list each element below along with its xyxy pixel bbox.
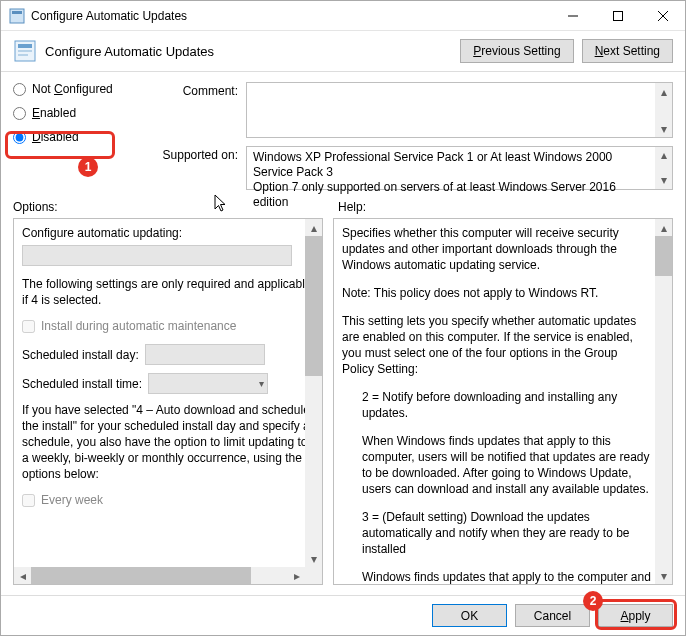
help-content: Specifies whether this computer will rec… (334, 219, 672, 584)
titlebar: Configure Automatic Updates (1, 1, 685, 31)
comment-scrollbar[interactable]: ▴ ▾ (655, 83, 672, 137)
options-config-label: Configure automatic updating: (22, 225, 316, 241)
window-controls (550, 1, 685, 30)
scroll-down-icon[interactable]: ▾ (655, 172, 672, 189)
install-maintenance-checkbox-row[interactable]: Install during automatic maintenance (22, 318, 316, 334)
scrollbar-thumb[interactable] (655, 236, 672, 276)
help-opt3-desc: Windows finds updates that apply to the … (362, 569, 652, 584)
scroll-down-icon[interactable]: ▾ (305, 550, 322, 567)
scroll-up-icon[interactable]: ▴ (655, 83, 672, 100)
radio-enabled-input[interactable] (13, 107, 26, 120)
scheduled-day-row: Scheduled install day: (22, 344, 316, 365)
window-title: Configure Automatic Updates (31, 9, 550, 23)
dialog-window: Configure Automatic Updates Configure Au… (0, 0, 686, 636)
options-h-scrollbar[interactable]: ◂ ▸ (14, 567, 305, 584)
help-opt2: 2 = Notify before downloading and instal… (362, 389, 652, 421)
scrollbar-thumb[interactable] (305, 236, 322, 376)
comment-row: Comment: ▴ ▾ (153, 82, 673, 138)
comment-textarea[interactable]: ▴ ▾ (246, 82, 673, 138)
scheduled-day-dropdown[interactable] (145, 344, 265, 365)
help-p1: Specifies whether this computer will rec… (342, 225, 652, 273)
radio-not-configured-label: Not Configured (32, 82, 113, 96)
help-p3: This setting lets you specify whether au… (342, 313, 652, 377)
every-week-label: Every week (41, 492, 103, 508)
supported-label: Supported on: (153, 146, 238, 190)
annotation-badge-1: 1 (78, 157, 98, 177)
svg-rect-7 (18, 44, 32, 48)
help-v-scrollbar[interactable]: ▴ ▾ (655, 219, 672, 584)
options-content: Configure automatic updating: The follow… (14, 219, 322, 584)
cursor-icon (214, 194, 228, 217)
scheduled-time-label: Scheduled install time: (22, 376, 142, 392)
meta-column: Comment: ▴ ▾ Supported on: Windows XP Pr… (153, 82, 673, 190)
help-opt2-desc: When Windows finds updates that apply to… (362, 433, 652, 497)
footer: OK Cancel Apply 2 (1, 595, 685, 635)
scroll-right-icon[interactable]: ▸ (288, 567, 305, 584)
supported-scrollbar[interactable]: ▴ ▾ (655, 147, 672, 189)
ok-button[interactable]: OK (432, 604, 507, 627)
install-maintenance-checkbox[interactable] (22, 320, 35, 333)
radio-disabled-label: Disabled (32, 130, 79, 144)
scheduled-time-row: Scheduled install time: ▾ (22, 373, 316, 394)
supported-row: Supported on: Windows XP Professional Se… (153, 146, 673, 190)
options-panel: Configure automatic updating: The follow… (13, 218, 323, 585)
scroll-down-icon[interactable]: ▾ (655, 567, 672, 584)
scroll-up-icon[interactable]: ▴ (655, 219, 672, 236)
scheduled-time-dropdown[interactable]: ▾ (148, 373, 268, 394)
every-week-checkbox[interactable] (22, 494, 35, 507)
next-setting-button[interactable]: Next Setting (582, 39, 673, 63)
comment-label: Comment: (153, 82, 238, 138)
help-heading: Help: (338, 200, 366, 214)
radio-column: Not Configured Enabled Disabled 1 (13, 82, 133, 190)
chevron-down-icon: ▾ (259, 376, 264, 392)
radio-disabled-input[interactable] (13, 131, 26, 144)
labels-row: Options: Help: (1, 196, 685, 218)
policy-icon (13, 39, 37, 63)
app-icon (9, 8, 25, 24)
options-heading: Options: (13, 200, 318, 214)
scroll-left-icon[interactable]: ◂ (14, 567, 31, 584)
radio-enabled-label: Enabled (32, 106, 76, 120)
top-area: Not Configured Enabled Disabled 1 Commen… (1, 72, 685, 196)
minimize-button[interactable] (550, 1, 595, 30)
maximize-button[interactable] (595, 1, 640, 30)
radio-not-configured-input[interactable] (13, 83, 26, 96)
previous-setting-button[interactable]: Previous Setting (460, 39, 573, 63)
svg-rect-3 (613, 11, 622, 20)
install-maintenance-label: Install during automatic maintenance (41, 318, 236, 334)
options-auto4-text: If you have selected "4 – Auto download … (22, 402, 316, 482)
header-title: Configure Automatic Updates (45, 44, 452, 59)
scrollbar-corner (305, 567, 322, 584)
scroll-up-icon[interactable]: ▴ (305, 219, 322, 236)
apply-button[interactable]: Apply (598, 604, 673, 627)
scroll-down-icon[interactable]: ▾ (655, 120, 672, 137)
panels-container: Configure automatic updating: The follow… (1, 218, 685, 595)
every-week-checkbox-row[interactable]: Every week (22, 492, 316, 508)
close-button[interactable] (640, 1, 685, 30)
help-panel: Specifies whether this computer will rec… (333, 218, 673, 585)
options-config-dropdown[interactable] (22, 245, 292, 266)
radio-disabled[interactable]: Disabled (13, 130, 133, 144)
radio-enabled[interactable]: Enabled (13, 106, 133, 120)
options-required-text: The following settings are only required… (22, 276, 316, 308)
radio-not-configured[interactable]: Not Configured (13, 82, 133, 96)
cancel-button[interactable]: Cancel (515, 604, 590, 627)
options-v-scrollbar[interactable]: ▴ ▾ (305, 219, 322, 567)
svg-rect-8 (18, 50, 32, 52)
help-opt3: 3 = (Default setting) Download the updat… (362, 509, 652, 557)
svg-rect-1 (12, 11, 22, 14)
scrollbar-thumb[interactable] (31, 567, 251, 584)
scheduled-day-label: Scheduled install day: (22, 347, 139, 363)
svg-rect-9 (18, 54, 28, 56)
header-row: Configure Automatic Updates Previous Set… (1, 31, 685, 72)
help-p2: Note: This policy does not apply to Wind… (342, 285, 652, 301)
supported-textarea: Windows XP Professional Service Pack 1 o… (246, 146, 673, 190)
scroll-up-icon[interactable]: ▴ (655, 147, 672, 164)
